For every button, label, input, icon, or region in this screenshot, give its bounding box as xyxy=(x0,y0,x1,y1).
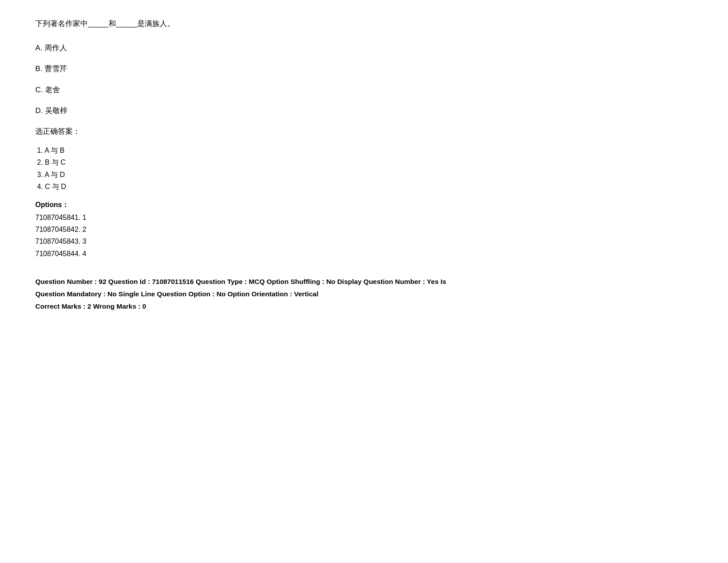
option-id-3-num: 3 xyxy=(83,238,86,245)
option-a-value: 周作人 xyxy=(45,44,67,52)
answer-4: 4. C 与 D xyxy=(35,181,693,193)
answer-3-value: A 与 D xyxy=(45,171,65,178)
answer-3: 3. A 与 D xyxy=(35,169,693,181)
answer-2-value: B 与 C xyxy=(45,159,66,166)
answer-1-value: A 与 B xyxy=(45,147,64,154)
answer-4-value: C 与 D xyxy=(45,183,66,190)
answer-2: 2. B 与 C xyxy=(35,156,693,168)
option-id-1-id: 71087045841. xyxy=(35,214,80,221)
answer-4-num: 4. xyxy=(37,183,43,190)
option-b-label: B. xyxy=(35,64,42,73)
answer-2-num: 2. xyxy=(37,159,43,166)
answer-list: 1. A 与 B 2. B 与 C 3. A 与 D 4. C 与 D xyxy=(35,144,693,193)
option-d: D. 吴敬梓 xyxy=(35,105,693,117)
option-id-2-num: 2 xyxy=(83,226,86,233)
option-c: C. 老舍 xyxy=(35,84,693,96)
meta-line-2: Question Mandatory : No Single Line Ques… xyxy=(35,288,693,300)
meta-section: Question Number : 92 Question Id : 71087… xyxy=(35,276,693,313)
options-label: Options： xyxy=(35,199,693,211)
option-id-4-num: 4 xyxy=(83,250,86,257)
option-a: A. 周作人 xyxy=(35,42,693,54)
option-id-3-id: 71087045843. xyxy=(35,238,80,245)
option-id-2: 71087045842. 2 xyxy=(35,223,693,235)
options-section: Options： 71087045841. 1 71087045842. 2 7… xyxy=(35,199,693,260)
option-id-1-num: 1 xyxy=(83,214,86,221)
select-correct-label: 选正确答案： xyxy=(35,125,693,137)
answer-1-num: 1. xyxy=(37,147,43,154)
option-c-label: C. xyxy=(35,86,43,94)
option-a-label: A. xyxy=(35,44,42,52)
question-container: 下列著名作家中_____和_____是满族人。 A. 周作人 B. 曹雪芹 C.… xyxy=(35,18,693,312)
option-d-label: D. xyxy=(35,106,43,115)
option-id-4: 71087045844. 4 xyxy=(35,248,693,260)
question-text: 下列著名作家中_____和_____是满族人。 xyxy=(35,18,693,30)
meta-line-1: Question Number : 92 Question Id : 71087… xyxy=(35,276,693,288)
meta-line-3: Correct Marks : 2 Wrong Marks : 0 xyxy=(35,300,693,313)
answer-3-num: 3. xyxy=(37,171,43,178)
option-c-value: 老舍 xyxy=(45,86,60,94)
option-b-value: 曹雪芹 xyxy=(45,64,67,73)
option-d-value: 吴敬梓 xyxy=(45,106,68,115)
answer-1: 1. A 与 B xyxy=(35,144,693,156)
option-id-1: 71087045841. 1 xyxy=(35,212,693,223)
option-id-2-id: 71087045842. xyxy=(35,226,80,233)
option-id-4-id: 71087045844. xyxy=(35,250,80,257)
option-id-3: 71087045843. 3 xyxy=(35,235,693,247)
option-b: B. 曹雪芹 xyxy=(35,63,693,75)
